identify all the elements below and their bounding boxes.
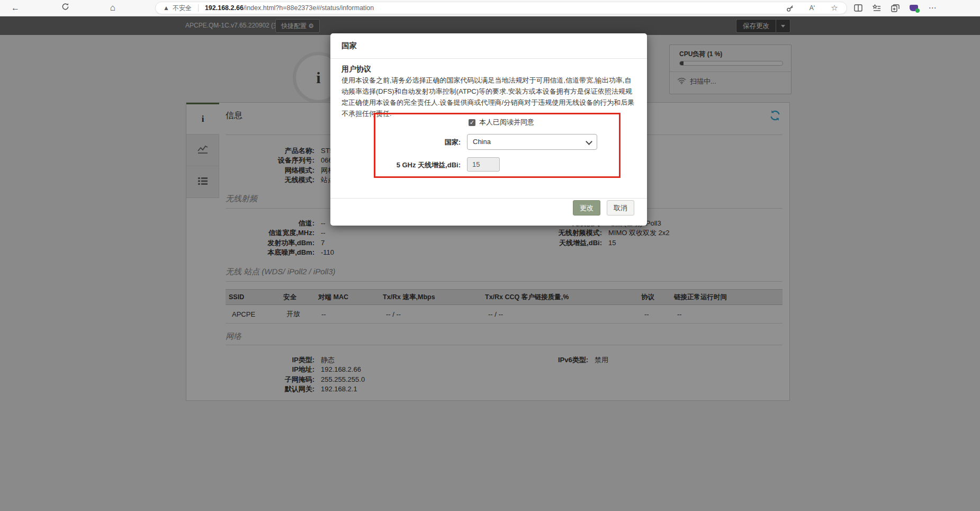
address-bar[interactable]: ▲ 不安全 192.168.2.66/index.html?h=88e2373e…: [155, 2, 847, 14]
agreement-title: 用户协议: [341, 65, 371, 74]
change-button[interactable]: 更改: [573, 200, 600, 216]
divider: [198, 4, 199, 12]
screen: ← ⌂ ▲ 不安全 192.168.2.66/index.html?h=88e2…: [0, 0, 980, 511]
url-text: 192.168.2.66/index.html?h=88e2373e#/stat…: [205, 4, 374, 12]
favorite-star-icon[interactable]: ☆: [830, 3, 839, 13]
agree-checkbox-label: 本人已阅读并同意: [479, 118, 534, 127]
back-icon[interactable]: ←: [7, 0, 23, 16]
settings-menu-icon[interactable]: ⋯: [928, 3, 937, 13]
country-field-label: 国家:: [375, 138, 461, 147]
home-icon[interactable]: ⌂: [105, 0, 121, 16]
toolbar-icons: ⋯: [853, 0, 937, 16]
antenna-gain-input[interactable]: 15: [467, 157, 500, 172]
chevron-down-icon: [586, 138, 592, 145]
divider: [330, 198, 647, 199]
collections-add-icon[interactable]: [891, 3, 900, 13]
password-key-icon[interactable]: [785, 3, 795, 13]
highlight-red-box: ✓ 本人已阅读并同意 国家: China 5 GHz 天线增益,dBi: 15: [374, 113, 621, 178]
favorites-list-icon[interactable]: [872, 3, 882, 13]
country-modal: 国家 用户协议 使用本设备之前,请务必选择正确的国家代码以满足当地法规对于可用信…: [330, 33, 647, 226]
agree-checkbox[interactable]: ✓: [469, 119, 475, 126]
refresh-page-icon[interactable]: [57, 0, 73, 16]
gain-field-label: 5 GHz 天线增益,dBi:: [375, 160, 461, 170]
cancel-button[interactable]: 取消: [607, 200, 634, 216]
split-screen-icon[interactable]: [853, 3, 863, 13]
not-secure-label: 不安全: [173, 4, 192, 13]
read-aloud-icon[interactable]: Aʹ: [807, 3, 817, 13]
browser-toolbar: ← ⌂ ▲ 不安全 192.168.2.66/index.html?h=88e2…: [0, 0, 980, 16]
not-secure-warning-icon: ▲: [163, 4, 169, 12]
browser-essentials-icon[interactable]: [909, 3, 919, 13]
modal-title: 国家: [330, 33, 647, 59]
country-select[interactable]: China: [467, 134, 597, 150]
